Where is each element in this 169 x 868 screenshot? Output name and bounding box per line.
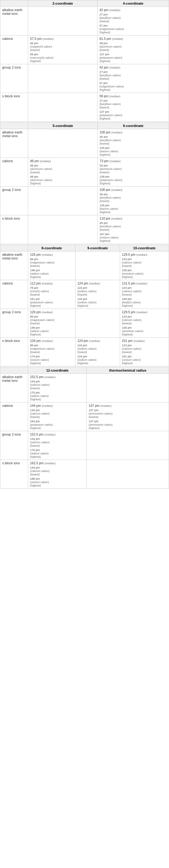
col-header-5coord: 5-coordinate (28, 123, 98, 129)
row-header-sblock-2: s block ions (0, 215, 28, 244)
cell-sblock1-4coord: 59 pm (median) 27 pm(beryllium cation)(l… (97, 93, 169, 122)
cell-sblock2-6coord: 110 pm (median) 45 pm(beryllium cation)(… (97, 215, 169, 244)
col-header-8coord: 8-coordinate (28, 245, 76, 251)
col-header-9coord: 9-coordinate (75, 245, 120, 251)
cell-group2-4-thermochem (87, 431, 169, 460)
col-header-empty-2 (0, 123, 28, 129)
row-header-sblock-1: s block ions (0, 93, 28, 122)
table-section1: 2-coordinate 4-coordinate alkaline earth… (0, 0, 169, 122)
table-row: alkaline earth metal ions 42 pm (median)… (0, 7, 169, 35)
col-header-empty-3 (0, 245, 28, 251)
cell-group2-3-9coord (75, 309, 120, 338)
row-header-sblock-4: s block ions (0, 460, 28, 489)
cell-group2-4-12coord: 152.5 pm (median) 134 pm(calcium cation)… (28, 431, 87, 460)
row-header-group2-4: group 2 ions (0, 431, 28, 460)
table-section2: 5-coordinate 6-coordinate alkaline earth… (0, 122, 169, 244)
table-row: group 2 ions 126 pm (median) 89 pm(magne… (0, 309, 169, 338)
table-row: group 2 ions 152.5 pm (median) 134 pm(ca… (0, 431, 169, 460)
table-section4: 12-coordinate thermochemical radius alka… (0, 367, 169, 489)
table-row: cations 57.5 pm (median) 46 pm(copper(II… (0, 35, 169, 64)
cell-sblock1-2coord (28, 93, 97, 122)
cell-group2-1-2coord (28, 64, 97, 93)
table-row: group 2 ions 42 pm (median) 27 pm(beryll… (0, 64, 169, 93)
cell-sblock3-8coord: 134 pm (median) 89 pm(magnesium cation)(… (28, 338, 76, 366)
cell-cations3-9coord: 124 pm (median) 124 pm(sodium cation)(lo… (75, 280, 120, 309)
cell-cations1-4coord: 61.5 pm (median) 39 pm(aluminum cation)(… (97, 35, 169, 64)
cell-group2-3-10coord: 129.5 pm (median) 123 pm(calcium cation)… (120, 309, 169, 338)
cell-sblock4-12coord: 162.5 pm (median) 134 pm(calcium cation)… (28, 460, 87, 489)
col-header-empty-1 (0, 0, 28, 7)
cell-group2-2-5coord (28, 187, 98, 215)
cell-cations4-12coord: 144 pm (median) 134 pm(calcium cation)(l… (28, 402, 87, 431)
cell-cations2-6coord: 73 pm (median) 54 pm(aluminum cation)(lo… (97, 158, 169, 187)
col-header-2coord: 2-coordinate (28, 0, 97, 7)
cell-aem2-6coord: 100 pm (median) 45 pm(beryllium cation)(… (97, 129, 169, 158)
cell-cations1-2coord: 57.5 pm (median) 46 pm(copper(II) cation… (28, 35, 97, 64)
col-header-thermochem: thermochemical radius (87, 367, 169, 374)
table-section3: 8-coordinate 9-coordinate 10-coordinate … (0, 245, 169, 366)
row-header-aem-1: alkaline earth metal ions (0, 7, 28, 35)
table-row: alkaline earth metal ions 100 pm (median… (0, 129, 169, 158)
cell-sblock2-5coord (28, 215, 98, 244)
col-header-12coord: 12-coordinate (28, 367, 87, 374)
col-header-6coord: 6-coordinate (97, 123, 169, 129)
table-row: alkaline earth metal ions 126 pm (median… (0, 251, 169, 280)
cell-sblock3-9coord: 124 pm (median) 124 pm(sodium cation)(lo… (75, 338, 120, 366)
col-header-empty-4 (0, 367, 28, 374)
cell-aem3-8coord: 126 pm (median) 89 pm(magnesium cation)(… (28, 251, 76, 280)
row-header-aem-4: alkaline earth metal ions (0, 374, 28, 402)
col-header-4coord: 4-coordinate (97, 0, 169, 7)
cell-aem4-thermochem (87, 374, 169, 402)
cell-cations3-8coord: 112 pm (median) 78 pm(iron(III) cation)(… (28, 280, 76, 309)
row-header-group2-1: group 2 ions (0, 64, 28, 93)
table-row: s block ions 162.5 pm (median) 134 pm(ca… (0, 460, 169, 489)
table-row: cations 144 pm (median) 134 pm(calcium c… (0, 402, 169, 431)
table-row: s block ions 134 pm (median) 89 pm(magne… (0, 338, 169, 366)
cell-group2-2-6coord: 100 pm (median) 45 pm(beryllium cation)(… (97, 187, 169, 215)
row-header-aem-3: alkaline earth metal ions (0, 251, 28, 280)
cell-aem1-4coord: 42 pm (median) 27 pm(beryllium cation)(l… (97, 7, 169, 35)
table-row: alkaline earth metal ions 152.5 pm (medi… (0, 374, 169, 402)
cell-sblock4-thermochem (87, 460, 169, 489)
cell-aem2-5coord (28, 129, 98, 158)
cell-aem3-10coord: 129.5 pm (median) 123 pm(calcium cation)… (120, 251, 169, 280)
row-header-group2-3: group 2 ions (0, 309, 28, 338)
row-header-sblock-3: s block ions (0, 338, 28, 366)
cell-group2-3-8coord: 126 pm (median) 89 pm(magnesium cation)(… (28, 309, 76, 338)
col-header-10coord: 10-coordinate (120, 245, 169, 251)
row-header-aem-2: alkaline earth metal ions (0, 129, 28, 158)
cell-cations2-5coord: 48 pm (median) 48 pm(aluminum cation)(lo… (28, 158, 98, 187)
cell-aem4-12coord: 152.5 pm (median) 134 pm(calcium cation)… (28, 374, 87, 402)
cell-cations4-thermochem: 137 pm (median) 137 pm(ammonium cation)(… (87, 402, 169, 431)
cell-sblock3-10coord: 151 pm (median) 123 pm(calcium cation)(l… (120, 338, 169, 366)
table-row: cations 112 pm (median) 78 pm(iron(III) … (0, 280, 169, 309)
table-row: group 2 ions 100 pm (median) 45 pm(beryl… (0, 187, 169, 215)
row-header-cations-2: cations (0, 158, 28, 187)
cell-group2-1-4coord: 42 pm (median) 27 pm(beryllium cation)(l… (97, 64, 169, 93)
table-row: s block ions 110 pm (median) 45 pm(beryl… (0, 215, 169, 244)
cell-cations3-10coord: 131.5 pm (median) 123 pm(calcium cation)… (120, 280, 169, 309)
cell-aem1-2coord (28, 7, 97, 35)
cell-aem3-9coord (75, 251, 120, 280)
row-header-cations-3: cations (0, 280, 28, 309)
table-row: cations 48 pm (median) 48 pm(aluminum ca… (0, 158, 169, 187)
row-header-cations-1: cations (0, 35, 28, 64)
page-container: 2-coordinate 4-coordinate alkaline earth… (0, 0, 169, 489)
table-row: s block ions 59 pm (median) 27 pm(beryll… (0, 93, 169, 122)
row-header-group2-2: group 2 ions (0, 187, 28, 215)
row-header-cations-4: cations (0, 402, 28, 431)
